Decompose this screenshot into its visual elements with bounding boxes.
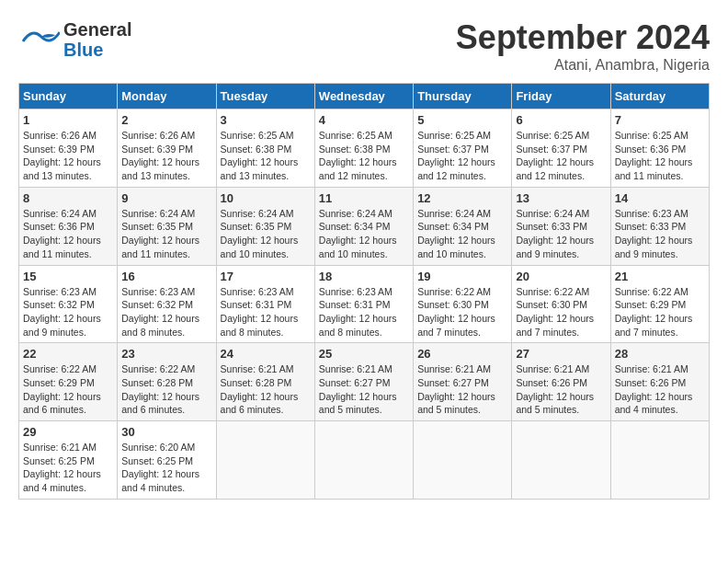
day-number: 29 <box>23 425 113 439</box>
day-info: Sunrise: 6:21 AMSunset: 6:27 PMDaylight:… <box>319 362 409 417</box>
week-row-2: 8Sunrise: 6:24 AMSunset: 6:36 PMDaylight… <box>19 187 710 265</box>
weekday-header-thursday: Thursday <box>414 84 512 109</box>
week-row-1: 1Sunrise: 6:26 AMSunset: 6:39 PMDaylight… <box>19 109 710 188</box>
day-number: 7 <box>615 113 705 127</box>
calendar-cell <box>512 421 610 500</box>
calendar-cell: 10Sunrise: 6:24 AMSunset: 6:35 PMDayligh… <box>216 187 314 265</box>
day-number: 6 <box>516 113 606 127</box>
day-number: 23 <box>121 347 211 361</box>
day-info: Sunrise: 6:20 AMSunset: 6:25 PMDaylight:… <box>121 441 211 495</box>
calendar-cell: 23Sunrise: 6:22 AMSunset: 6:28 PMDayligh… <box>118 343 216 421</box>
day-info: Sunrise: 6:24 AMSunset: 6:34 PMDaylight:… <box>417 207 507 261</box>
calendar-cell: 6Sunrise: 6:25 AMSunset: 6:37 PMDaylight… <box>512 109 610 188</box>
day-info: Sunrise: 6:21 AMSunset: 6:26 PMDaylight:… <box>516 362 606 417</box>
day-number: 11 <box>319 191 409 205</box>
day-info: Sunrise: 6:25 AMSunset: 6:38 PMDaylight:… <box>221 129 311 183</box>
calendar-cell: 15Sunrise: 6:23 AMSunset: 6:32 PMDayligh… <box>19 265 118 343</box>
title-block: September 2024 Atani, Anambra, Nigeria <box>456 18 710 74</box>
calendar-cell: 2Sunrise: 6:26 AMSunset: 6:39 PMDaylight… <box>118 109 216 188</box>
day-number: 27 <box>516 347 606 361</box>
day-info: Sunrise: 6:22 AMSunset: 6:29 PMDaylight:… <box>615 285 705 339</box>
day-info: Sunrise: 6:22 AMSunset: 6:28 PMDaylight:… <box>121 362 211 417</box>
day-info: Sunrise: 6:26 AMSunset: 6:39 PMDaylight:… <box>23 129 113 183</box>
day-info: Sunrise: 6:23 AMSunset: 6:32 PMDaylight:… <box>23 285 113 339</box>
page-header: General Blue September 2024 Atani, Anamb… <box>18 18 710 74</box>
calendar-cell: 25Sunrise: 6:21 AMSunset: 6:27 PMDayligh… <box>314 343 413 421</box>
day-info: Sunrise: 6:25 AMSunset: 6:37 PMDaylight:… <box>417 129 507 183</box>
week-row-4: 22Sunrise: 6:22 AMSunset: 6:29 PMDayligh… <box>19 343 710 421</box>
calendar-cell: 14Sunrise: 6:23 AMSunset: 6:33 PMDayligh… <box>610 187 709 265</box>
weekday-header-tuesday: Tuesday <box>216 84 314 109</box>
day-number: 19 <box>417 270 507 283</box>
day-number: 28 <box>615 347 705 361</box>
day-number: 18 <box>319 270 409 283</box>
calendar-cell <box>314 421 413 500</box>
weekday-header-monday: Monday <box>118 84 216 109</box>
day-info: Sunrise: 6:22 AMSunset: 6:30 PMDaylight:… <box>417 285 507 339</box>
day-info: Sunrise: 6:23 AMSunset: 6:32 PMDaylight:… <box>121 285 211 339</box>
day-number: 4 <box>319 113 409 127</box>
day-number: 9 <box>121 191 211 205</box>
day-info: Sunrise: 6:24 AMSunset: 6:33 PMDaylight:… <box>516 207 606 261</box>
day-info: Sunrise: 6:24 AMSunset: 6:35 PMDaylight:… <box>121 207 211 261</box>
day-number: 14 <box>615 191 705 205</box>
day-info: Sunrise: 6:24 AMSunset: 6:35 PMDaylight:… <box>221 207 311 261</box>
day-info: Sunrise: 6:24 AMSunset: 6:36 PMDaylight:… <box>23 207 113 261</box>
calendar-cell: 1Sunrise: 6:26 AMSunset: 6:39 PMDaylight… <box>19 109 118 188</box>
day-info: Sunrise: 6:22 AMSunset: 6:30 PMDaylight:… <box>516 285 606 339</box>
calendar-cell: 28Sunrise: 6:21 AMSunset: 6:26 PMDayligh… <box>610 343 709 421</box>
month-title: September 2024 <box>456 18 710 57</box>
day-info: Sunrise: 6:23 AMSunset: 6:33 PMDaylight:… <box>615 207 705 261</box>
day-number: 25 <box>319 347 409 361</box>
calendar-cell: 27Sunrise: 6:21 AMSunset: 6:26 PMDayligh… <box>512 343 610 421</box>
day-info: Sunrise: 6:25 AMSunset: 6:38 PMDaylight:… <box>319 129 409 183</box>
calendar-cell: 4Sunrise: 6:25 AMSunset: 6:38 PMDaylight… <box>314 109 413 188</box>
calendar-cell: 29Sunrise: 6:21 AMSunset: 6:25 PMDayligh… <box>19 421 118 500</box>
calendar-cell: 11Sunrise: 6:24 AMSunset: 6:34 PMDayligh… <box>314 187 413 265</box>
day-info: Sunrise: 6:26 AMSunset: 6:39 PMDaylight:… <box>121 129 211 183</box>
day-info: Sunrise: 6:22 AMSunset: 6:29 PMDaylight:… <box>23 362 113 417</box>
calendar-cell: 3Sunrise: 6:25 AMSunset: 6:38 PMDaylight… <box>216 109 314 188</box>
week-row-3: 15Sunrise: 6:23 AMSunset: 6:32 PMDayligh… <box>19 265 710 343</box>
day-number: 17 <box>221 270 311 283</box>
day-number: 13 <box>516 191 606 205</box>
calendar-cell: 9Sunrise: 6:24 AMSunset: 6:35 PMDaylight… <box>118 187 216 265</box>
calendar-cell: 26Sunrise: 6:21 AMSunset: 6:27 PMDayligh… <box>414 343 512 421</box>
day-info: Sunrise: 6:25 AMSunset: 6:37 PMDaylight:… <box>516 129 606 183</box>
day-info: Sunrise: 6:23 AMSunset: 6:31 PMDaylight:… <box>221 285 311 339</box>
day-number: 24 <box>221 347 311 361</box>
day-number: 3 <box>221 113 311 127</box>
calendar-cell <box>216 421 314 500</box>
calendar-cell: 22Sunrise: 6:22 AMSunset: 6:29 PMDayligh… <box>19 343 118 421</box>
day-info: Sunrise: 6:21 AMSunset: 6:27 PMDaylight:… <box>417 362 507 417</box>
calendar-cell <box>610 421 709 500</box>
weekday-header-wednesday: Wednesday <box>314 84 413 109</box>
day-number: 26 <box>417 347 507 361</box>
calendar-cell: 16Sunrise: 6:23 AMSunset: 6:32 PMDayligh… <box>118 265 216 343</box>
day-number: 22 <box>23 347 113 361</box>
day-info: Sunrise: 6:21 AMSunset: 6:26 PMDaylight:… <box>615 362 705 417</box>
calendar-cell: 12Sunrise: 6:24 AMSunset: 6:34 PMDayligh… <box>414 187 512 265</box>
day-number: 10 <box>221 191 311 205</box>
logo-text: General Blue <box>63 19 131 60</box>
calendar-cell: 20Sunrise: 6:22 AMSunset: 6:30 PMDayligh… <box>512 265 610 343</box>
calendar-cell: 8Sunrise: 6:24 AMSunset: 6:36 PMDaylight… <box>19 187 118 265</box>
day-info: Sunrise: 6:21 AMSunset: 6:25 PMDaylight:… <box>23 441 113 495</box>
calendar-cell <box>414 421 512 500</box>
day-number: 5 <box>417 113 507 127</box>
calendar-cell: 24Sunrise: 6:21 AMSunset: 6:28 PMDayligh… <box>216 343 314 421</box>
day-number: 8 <box>23 191 113 205</box>
day-info: Sunrise: 6:25 AMSunset: 6:36 PMDaylight:… <box>615 129 705 183</box>
day-number: 15 <box>23 270 113 283</box>
calendar-table: SundayMondayTuesdayWednesdayThursdayFrid… <box>18 83 710 500</box>
calendar-cell: 21Sunrise: 6:22 AMSunset: 6:29 PMDayligh… <box>610 265 709 343</box>
week-row-5: 29Sunrise: 6:21 AMSunset: 6:25 PMDayligh… <box>19 421 710 500</box>
logo-icon <box>18 18 60 60</box>
calendar-cell: 7Sunrise: 6:25 AMSunset: 6:36 PMDaylight… <box>610 109 709 188</box>
logo: General Blue <box>18 18 131 60</box>
day-info: Sunrise: 6:23 AMSunset: 6:31 PMDaylight:… <box>319 285 409 339</box>
calendar-cell: 19Sunrise: 6:22 AMSunset: 6:30 PMDayligh… <box>414 265 512 343</box>
day-number: 16 <box>121 270 211 283</box>
day-number: 2 <box>121 113 211 127</box>
day-number: 30 <box>121 425 211 439</box>
